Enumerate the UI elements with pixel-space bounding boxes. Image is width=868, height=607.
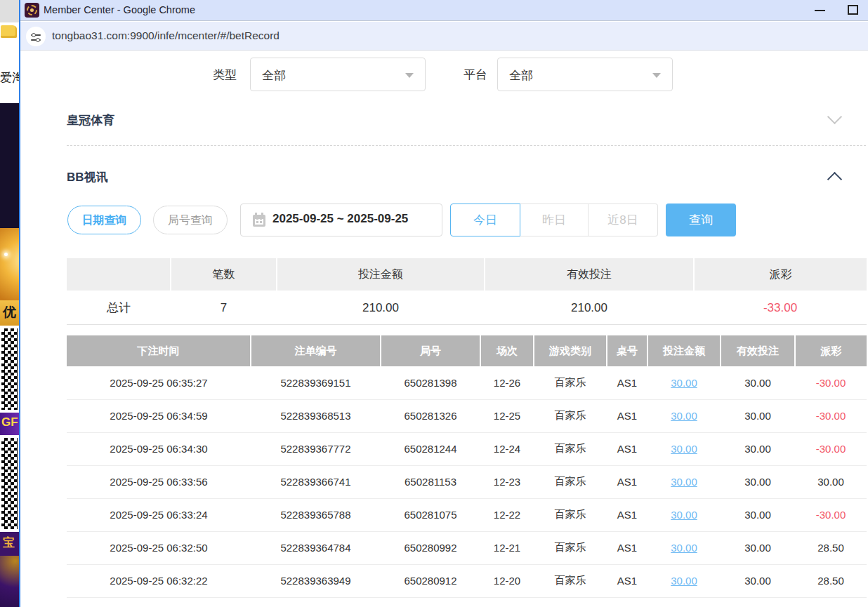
summary-header-count: 笔数 <box>171 258 277 291</box>
game-type-cell: 百家乐 <box>534 498 607 531</box>
summary-header-row: 笔数 投注金额 有效投注 派彩 <box>67 258 867 291</box>
round-no-cell: 650281153 <box>381 465 480 498</box>
round-no-cell: 650280992 <box>381 531 480 564</box>
session-cell: 12-20 <box>480 564 534 597</box>
order-no-cell: 522839363949 <box>251 564 381 597</box>
session-cell: 12-25 <box>480 399 534 432</box>
valid-bet-cell: 30.00 <box>721 498 795 531</box>
round-no-header: 局号 <box>381 335 480 366</box>
game-type-cell: 百家乐 <box>534 432 607 465</box>
table-no-cell: AS1 <box>607 432 647 465</box>
type-select[interactable]: 全部 <box>250 58 426 91</box>
table-no-cell: AS1 <box>607 564 647 597</box>
round-no-cell: 650281075 <box>381 498 480 531</box>
bet-amount-cell: 30.00 <box>647 366 721 399</box>
yesterday-button[interactable]: 昨日 <box>520 204 588 236</box>
payout-cell: 30.00 <box>795 465 867 498</box>
last-8-days-button[interactable]: 近8日 <box>588 204 658 236</box>
background-text-fragment: 宝 <box>3 535 15 551</box>
valid-bet-cell: 30.00 <box>721 432 795 465</box>
bet-amount-link[interactable]: 30.00 <box>671 410 697 422</box>
address-bar[interactable]: tongbao31.com:9900/infe/mcenter/#/betRec… <box>20 22 868 51</box>
minimize-button[interactable] <box>806 0 834 21</box>
folder-icon <box>1 25 17 38</box>
bet-amount-link[interactable]: 30.00 <box>671 377 697 389</box>
search-button[interactable]: 查询 <box>666 204 736 236</box>
game-type-cell: 百家乐 <box>534 366 607 399</box>
summary-table: 笔数 投注金额 有效投注 派彩 总计 7 210.00 210.00 -33.0… <box>67 258 867 325</box>
type-select-value: 全部 <box>262 67 286 84</box>
bet-amount-cell: 30.00 <box>647 498 721 531</box>
platform-select-value: 全部 <box>509 67 533 84</box>
minimize-icon <box>815 10 825 11</box>
table-row: 2025-09-25 06:32:50522839364784650280992… <box>67 531 867 564</box>
section-bb-video: BB视讯 <box>67 169 108 185</box>
background-text-fragment: 优 <box>3 303 16 321</box>
summary-header-valid-bet: 有效投注 <box>485 258 694 291</box>
bet-time-cell: 2025-09-25 06:33:24 <box>67 498 251 531</box>
round-no-cell: 650281398 <box>381 366 480 399</box>
maximize-button[interactable] <box>840 0 868 21</box>
bet-amount-link[interactable]: 30.00 <box>671 476 697 488</box>
order-no-cell: 522839364784 <box>251 531 381 564</box>
bet-amount-link[interactable]: 30.00 <box>671 509 697 521</box>
table-no-cell: AS1 <box>607 366 647 399</box>
bet-amount-link[interactable]: 30.00 <box>671 443 697 455</box>
table-no-cell: AS1 <box>607 498 647 531</box>
bet-amount-header: 投注金额 <box>647 335 721 366</box>
valid-bet-cell: 30.00 <box>721 399 795 432</box>
table-row: 2025-09-25 06:35:27522839369151650281398… <box>67 366 867 399</box>
platform-select[interactable]: 全部 <box>497 58 673 91</box>
bet-time-cell: 2025-09-25 06:34:59 <box>67 399 251 432</box>
bet-table-header-row: 下注时间注单编号局号场次游戏类别桌号投注金额有效投注派彩 <box>67 335 867 366</box>
sparkle-decoration <box>4 253 8 256</box>
payout-cell: 28.50 <box>795 564 867 597</box>
table-no-cell: AS1 <box>607 531 647 564</box>
url-text[interactable]: tongbao31.com:9900/infe/mcenter/#/betRec… <box>52 29 280 42</box>
bet-amount-cell: 30.00 <box>647 399 721 432</box>
session-cell: 12-21 <box>480 531 534 564</box>
order-no-cell: 522839368513 <box>251 399 381 432</box>
site-settings-icon[interactable] <box>26 27 46 46</box>
valid-bet-cell: 30.00 <box>721 564 795 597</box>
summary-total-row: 总计 7 210.00 210.00 -33.00 <box>67 291 867 324</box>
background-banner-gold <box>0 228 19 300</box>
order-no-header: 注单编号 <box>251 335 381 366</box>
bet-table-body: 2025-09-25 06:35:27522839369151650281398… <box>67 366 867 597</box>
table-row: 2025-09-25 06:34:59522839368513650281326… <box>67 399 867 432</box>
table-no-cell: AS1 <box>607 399 647 432</box>
payout-header: 派彩 <box>795 335 867 366</box>
order-no-cell: 522839369151 <box>251 366 381 399</box>
table-row: 2025-09-25 06:33:24522839365788650281075… <box>67 498 867 531</box>
valid-bet-cell: 30.00 <box>721 366 795 399</box>
table-row: 2025-09-25 06:34:30522839367772650281244… <box>67 432 867 465</box>
summary-header-blank <box>67 258 171 291</box>
bet-amount-link[interactable]: 30.00 <box>671 575 697 587</box>
round-no-cell: 650281326 <box>381 399 480 432</box>
today-button[interactable]: 今日 <box>450 204 520 236</box>
round-query-tab[interactable]: 局号查询 <box>153 206 228 234</box>
chevron-up-icon[interactable] <box>827 172 842 187</box>
bet-amount-cell: 30.00 <box>647 432 721 465</box>
summary-header-bet-amount: 投注金额 <box>277 258 485 291</box>
bet-time-cell: 2025-09-25 06:34:30 <box>67 432 251 465</box>
date-query-tab[interactable]: 日期查询 <box>67 206 141 234</box>
chevron-down-icon[interactable] <box>827 109 842 124</box>
window-titlebar: Member Center - Google Chrome <box>20 0 868 21</box>
type-filter-label: 类型 <box>213 67 237 83</box>
summary-header-payout: 派彩 <box>694 258 867 291</box>
session-cell: 12-22 <box>480 498 534 531</box>
quick-range-group: 今日 昨日 近8日 <box>450 204 658 236</box>
bet-time-cell: 2025-09-25 06:32:50 <box>67 531 251 564</box>
casino-chip-favicon-icon <box>25 3 39 18</box>
summary-valid-bet: 210.00 <box>485 291 694 324</box>
bet-time-header: 下注时间 <box>67 335 251 366</box>
background-taskbar-fragment <box>0 0 19 22</box>
date-range-picker[interactable]: 2025-09-25 ~ 2025-09-25 <box>240 204 442 236</box>
table-row: 2025-09-25 06:33:56522839366741650281153… <box>67 465 867 498</box>
background-text-fragment: 爱淘 <box>0 69 19 86</box>
bet-amount-link[interactable]: 30.00 <box>671 542 697 554</box>
maximize-icon <box>848 5 858 15</box>
summary-total-label: 总计 <box>67 291 171 324</box>
qr-code-fragment <box>0 326 19 413</box>
